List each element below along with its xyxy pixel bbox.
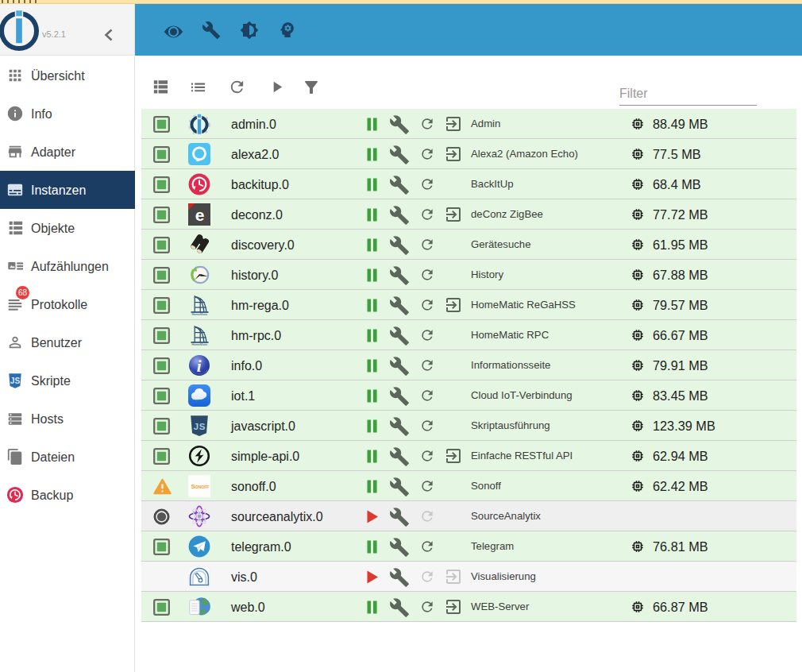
svg-text:HomeMatic: HomeMatic (191, 342, 207, 346)
svg-text:HomeMatic: HomeMatic (191, 312, 207, 316)
svg-text:JS: JS (10, 377, 21, 385)
svg-text:JS: JS (194, 422, 206, 431)
svg-text:e: e (195, 206, 205, 224)
svg-text:ONOFF: ONOFF (195, 485, 210, 489)
svg-text:i: i (197, 357, 202, 376)
